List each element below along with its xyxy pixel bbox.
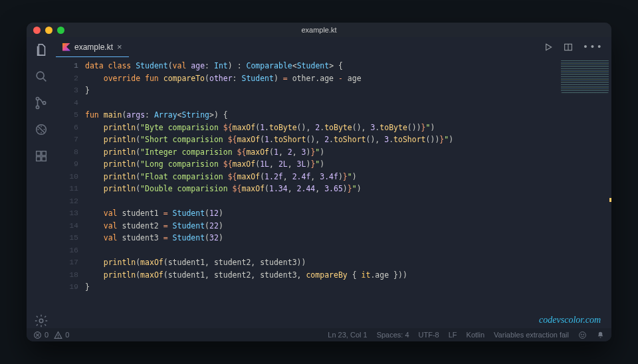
cursor-position[interactable]: Ln 23, Col 1 [328, 331, 367, 339]
error-count[interactable]: 0 [45, 331, 49, 339]
svg-rect-6 [37, 151, 41, 155]
svg-rect-8 [42, 157, 46, 161]
minimap[interactable] [561, 60, 609, 93]
activity-bar [27, 37, 56, 328]
error-status-icon[interactable] [33, 331, 42, 339]
language-status[interactable]: Kotlin [467, 331, 485, 339]
indentation-status[interactable]: Spaces: 4 [377, 331, 409, 339]
editor-window: example.kt example.kt × [27, 23, 611, 341]
warning-status-icon[interactable] [54, 331, 62, 339]
editor-tabs: example.kt × ••• [56, 37, 611, 57]
eol-status[interactable]: LF [449, 331, 457, 339]
svg-line-1 [43, 78, 47, 82]
tab-close-icon[interactable]: × [117, 43, 122, 51]
window-title: example.kt [27, 26, 611, 34]
more-actions-icon[interactable]: ••• [583, 42, 603, 52]
notifications-bell-icon[interactable] [596, 331, 605, 339]
tab-filename: example.kt [74, 43, 113, 52]
source-control-icon[interactable] [34, 96, 49, 110]
status-bar: 0 0 Ln 23, Col 1 Spaces: 4 UTF-8 LF Kotl… [27, 328, 611, 341]
tab-example-kt[interactable]: example.kt × [56, 37, 129, 57]
titlebar: example.kt [27, 23, 611, 37]
svg-point-21 [584, 333, 584, 334]
split-editor-icon[interactable] [563, 42, 574, 52]
run-icon[interactable] [543, 42, 554, 52]
extensions-icon[interactable] [34, 149, 49, 163]
svg-point-20 [581, 333, 582, 334]
settings-gear-icon[interactable] [34, 314, 49, 328]
watermark: codevscolor.com [539, 315, 601, 325]
explorer-icon[interactable] [34, 43, 49, 57]
status-message[interactable]: Variables extraction fail [494, 331, 569, 339]
code-content[interactable]: data class Student(val age: Int) : Compa… [85, 57, 611, 328]
warning-count[interactable]: 0 [65, 331, 69, 339]
svg-point-3 [36, 106, 39, 108]
kotlin-file-icon [62, 43, 70, 51]
encoding-status[interactable]: UTF-8 [419, 331, 439, 339]
svg-point-10 [39, 319, 43, 323]
svg-point-0 [37, 72, 44, 79]
svg-rect-9 [42, 151, 46, 155]
line-number-gutter: 12345678910111213141516171819 [56, 57, 85, 328]
debug-icon[interactable] [34, 122, 49, 137]
svg-point-2 [36, 97, 39, 100]
search-icon[interactable] [34, 69, 49, 84]
feedback-smiley-icon[interactable] [578, 331, 587, 339]
svg-point-19 [580, 331, 586, 338]
svg-point-18 [58, 337, 58, 337]
svg-point-4 [43, 102, 45, 104]
svg-marker-11 [546, 44, 551, 50]
svg-rect-7 [37, 157, 41, 161]
code-editor[interactable]: 12345678910111213141516171819 data class… [56, 57, 611, 328]
editor-actions: ••• [543, 37, 611, 57]
overview-ruler-marker [609, 198, 611, 202]
